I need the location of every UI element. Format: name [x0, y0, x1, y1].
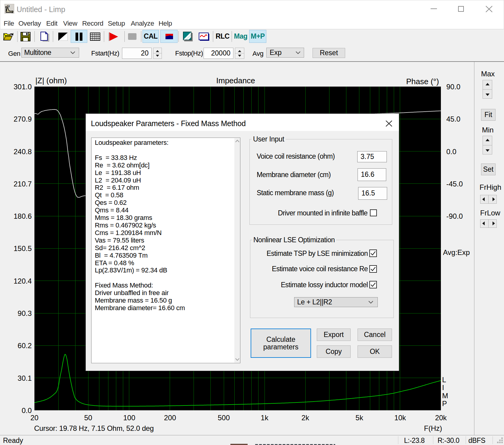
svg-text:Ω: Ω	[7, 4, 10, 8]
